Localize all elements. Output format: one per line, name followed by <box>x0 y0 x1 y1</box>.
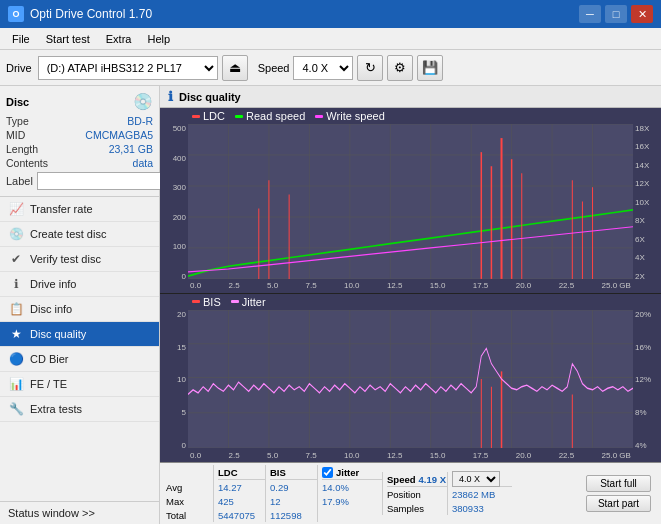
samples-label: Samples <box>387 503 424 514</box>
title-bar: O Opti Drive Control 1.70 ─ □ ✕ <box>0 0 661 28</box>
dq-header-icon: ℹ <box>168 89 173 104</box>
status-window-label: Status window >> <box>8 507 95 519</box>
nav-label-transfer-rate: Transfer rate <box>30 203 93 215</box>
legend-read-speed: Read speed <box>235 110 305 122</box>
ldc-avg: 14.27 <box>218 480 265 494</box>
maximize-button[interactable]: □ <box>605 5 627 23</box>
legend-ldc: LDC <box>192 110 225 122</box>
menu-help[interactable]: Help <box>139 31 178 47</box>
menu-extra[interactable]: Extra <box>98 31 140 47</box>
disc-type-value: BD-R <box>127 115 153 127</box>
verify-test-disc-icon: ✔ <box>8 252 24 266</box>
disc-title: Disc <box>6 96 29 108</box>
sidebar-item-verify-test-disc[interactable]: ✔ Verify test disc <box>0 247 159 272</box>
sidebar-item-cd-bier[interactable]: 🔵 CD Bier <box>0 347 159 372</box>
chart1-x-axis: 0.0 2.5 5.0 7.5 10.0 12.5 15.0 17.5 20.0… <box>188 279 633 293</box>
speed-select[interactable]: 4.0 X <box>293 56 353 80</box>
bis-avg: 0.29 <box>270 480 317 494</box>
total-label: Total <box>166 508 211 522</box>
chart2-x-axis: 0.0 2.5 5.0 7.5 10.0 12.5 15.0 17.5 20.0… <box>188 448 633 462</box>
speed-current: 4.19 X <box>419 474 446 485</box>
nav-label-cd-bier: CD Bier <box>30 353 69 365</box>
status-window-button[interactable]: Status window >> <box>0 501 159 524</box>
max-label: Max <box>166 494 211 508</box>
eject-button[interactable]: ⏏ <box>222 55 248 81</box>
start-full-button[interactable]: Start full <box>586 475 651 492</box>
nav-label-fe-te: FE / TE <box>30 378 67 390</box>
chart1-legend: LDC Read speed Write speed <box>188 108 633 124</box>
toolbar: Drive (D:) ATAPI iHBS312 2 PL17 ⏏ Speed … <box>0 50 661 86</box>
window-title: Opti Drive Control 1.70 <box>30 7 152 21</box>
disc-panel: Disc 💿 Type BD-R MID CMCMAGBA5 Length 23… <box>0 86 159 197</box>
jitter-stats: Jitter 14.0% 17.9% <box>317 465 382 522</box>
position-value: 23862 MB <box>452 487 512 501</box>
sidebar-item-disc-quality[interactable]: ★ Disc quality <box>0 322 159 347</box>
chart1-y-left: 500 400 300 200 100 0 <box>160 108 188 293</box>
menu-bar: File Start test Extra Help <box>0 28 661 50</box>
sidebar-item-create-test-disc[interactable]: 💿 Create test disc <box>0 222 159 247</box>
legend-write-speed: Write speed <box>315 110 385 122</box>
nav-label-drive-info: Drive info <box>30 278 76 290</box>
chart1-svg-area <box>188 124 633 279</box>
chart1-main: LDC Read speed Write speed <box>188 108 633 293</box>
chart2-main: BIS Jitter <box>188 294 633 462</box>
app-icon: O <box>8 6 24 22</box>
menu-file[interactable]: File <box>4 31 38 47</box>
legend-bis-label: BIS <box>203 296 221 308</box>
legend-jitter-dot <box>231 300 239 303</box>
menu-start-test[interactable]: Start test <box>38 31 98 47</box>
dq-header-title: Disc quality <box>179 91 241 103</box>
speed-selector[interactable]: 4.0 X <box>452 471 500 487</box>
jitter-checkbox[interactable] <box>322 467 333 478</box>
disc-label-label: Label <box>6 175 33 187</box>
chart1-svg <box>188 124 633 279</box>
disc-length-label: Length <box>6 143 38 155</box>
sidebar-item-transfer-rate[interactable]: 📈 Transfer rate <box>0 197 159 222</box>
sidebar-item-drive-info[interactable]: ℹ Drive info <box>0 272 159 297</box>
settings-button[interactable]: ⚙ <box>387 55 413 81</box>
legend-write-dot <box>315 115 323 118</box>
nav-menu: 📈 Transfer rate 💿 Create test disc ✔ Ver… <box>0 197 159 501</box>
chart2-svg <box>188 310 633 448</box>
legend-jitter: Jitter <box>231 296 266 308</box>
stats-bar: Avg Max Total LDC 14.27 425 5447075 BIS … <box>160 462 661 524</box>
drive-select[interactable]: (D:) ATAPI iHBS312 2 PL17 <box>38 56 218 80</box>
disc-label-input[interactable] <box>37 172 170 190</box>
legend-jitter-label: Jitter <box>242 296 266 308</box>
nav-label-create-test-disc: Create test disc <box>30 228 106 240</box>
stats-row-labels: Avg Max Total <box>166 465 211 522</box>
close-button[interactable]: ✕ <box>631 5 653 23</box>
disc-contents-label: Contents <box>6 157 48 169</box>
chart2-y-right: 20% 16% 12% 8% 4% <box>633 294 661 462</box>
ldc-stats: LDC 14.27 425 5447075 <box>213 465 265 522</box>
create-test-disc-icon: 💿 <box>8 227 24 241</box>
chart1-y-right: 18X 16X 14X 12X 10X 8X 6X 4X 2X <box>633 108 661 293</box>
chart2-y-left: 20 15 10 5 0 <box>160 294 188 462</box>
speed-label: Speed <box>258 62 290 74</box>
sidebar-item-disc-info[interactable]: 📋 Disc info <box>0 297 159 322</box>
disc-type-label: Type <box>6 115 29 127</box>
jitter-avg: 14.0% <box>322 480 382 494</box>
legend-ldc-dot <box>192 115 200 118</box>
refresh-button[interactable]: ↻ <box>357 55 383 81</box>
speed-stats: Speed 4.19 X Position Samples <box>382 472 447 515</box>
sidebar-item-fe-te[interactable]: 📊 FE / TE <box>0 372 159 397</box>
legend-bis-dot <box>192 300 200 303</box>
chart2-legend: BIS Jitter <box>188 294 633 310</box>
bis-total: 112598 <box>270 508 317 522</box>
legend-write-label: Write speed <box>326 110 385 122</box>
disc-mid-value: CMCMAGBA5 <box>85 129 153 141</box>
legend-read-label: Read speed <box>246 110 305 122</box>
drive-label: Drive <box>6 62 32 74</box>
nav-label-extra-tests: Extra tests <box>30 403 82 415</box>
start-part-button[interactable]: Start part <box>586 495 651 512</box>
position-label: Position <box>387 489 421 500</box>
disc-quality-header: ℹ Disc quality <box>160 86 661 108</box>
speed-header: Speed <box>387 474 416 485</box>
content-area: ℹ Disc quality 500 400 300 200 100 0 <box>160 86 661 524</box>
save-button[interactable]: 💾 <box>417 55 443 81</box>
nav-label-disc-info: Disc info <box>30 303 72 315</box>
position-stats: 4.0 X 23862 MB 380933 <box>447 472 512 515</box>
minimize-button[interactable]: ─ <box>579 5 601 23</box>
sidebar-item-extra-tests[interactable]: 🔧 Extra tests <box>0 397 159 422</box>
